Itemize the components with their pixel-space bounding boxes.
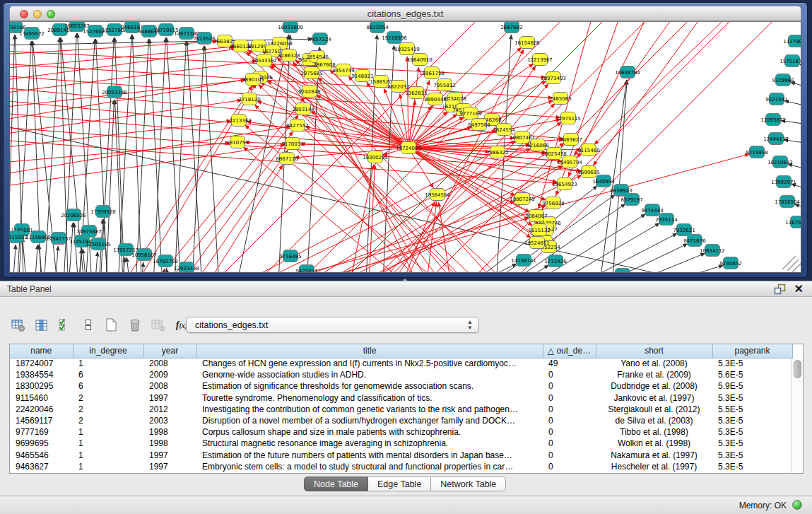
- row-selection-icon[interactable]: [57, 316, 73, 334]
- citation-edge-red[interactable]: [408, 100, 415, 148]
- citation-edge-red[interactable]: [247, 122, 408, 148]
- column-header[interactable]: △ out_de…: [543, 344, 596, 358]
- table-scrollbar[interactable]: [792, 358, 803, 473]
- graph-node[interactable]: 9245852: [719, 257, 741, 269]
- citation-edge-black[interactable]: [306, 47, 319, 273]
- tab-edge-table[interactable]: Edge Table: [368, 477, 431, 491]
- citation-edge-black[interactable]: [792, 184, 801, 191]
- new-table-icon[interactable]: [103, 316, 120, 334]
- graph-node[interactable]: 1810755: [226, 136, 248, 148]
- table-selector-dropdown[interactable]: citations_edges.txt ▲▼: [186, 317, 479, 333]
- citation-edge-black[interactable]: [794, 204, 801, 211]
- graph-node[interactable]: 9425012: [295, 265, 317, 274]
- table-row[interactable]: 1830029562008Estimation of significance …: [10, 380, 792, 392]
- citation-edge-black[interactable]: [78, 249, 81, 273]
- graph-node[interactable]: 20053346: [102, 86, 127, 98]
- citation-edge-red[interactable]: [416, 22, 707, 273]
- graph-node[interactable]: 9227341: [765, 93, 787, 105]
- graph-node[interactable]: 15751874: [779, 55, 801, 67]
- graph-node[interactable]: 8813054: [366, 22, 389, 33]
- citation-edge-black[interactable]: [446, 264, 517, 273]
- graph-node[interactable]: 1640954: [592, 175, 615, 187]
- citation-edge-black[interactable]: [68, 223, 73, 273]
- graph-node[interactable]: 16033809: [278, 22, 303, 33]
- graph-node[interactable]: 18640910: [407, 54, 433, 66]
- window-titlebar[interactable]: citations_edges.txt: [9, 6, 801, 21]
- graph-node[interactable]: 7857224: [309, 33, 331, 45]
- citation-edge-red[interactable]: [407, 57, 408, 148]
- graph-node[interactable]: 9716485: [279, 250, 301, 262]
- graph-node[interactable]: 8471676: [683, 235, 706, 247]
- citation-edge-black[interactable]: [167, 37, 182, 273]
- citation-edge-black[interactable]: [12, 245, 16, 273]
- graph-node[interactable]: 18300295: [363, 151, 388, 163]
- graph-node[interactable]: 11675315: [785, 216, 801, 228]
- graph-node[interactable]: 7955812: [433, 79, 455, 91]
- graph-node[interactable]: 12444139: [763, 133, 789, 145]
- citation-edge-red[interactable]: [257, 101, 408, 148]
- float-window-icon[interactable]: [774, 284, 786, 295]
- graph-node[interactable]: 13992971: [771, 176, 796, 188]
- table-row[interactable]: 1872400712008Changes of HCN gene express…: [10, 358, 792, 369]
- rows-icon[interactable]: [80, 316, 97, 334]
- graph-node[interactable]: 9329966: [772, 74, 794, 86]
- resize-grip-icon[interactable]: [782, 256, 801, 272]
- citation-edge-black[interactable]: [791, 82, 801, 89]
- graph-node[interactable]: 16154808: [514, 37, 540, 49]
- table-row[interactable]: 1456911722003Disruption of a novel membe…: [10, 415, 792, 426]
- graph-node[interactable]: 12093872: [760, 114, 786, 126]
- graph-node[interactable]: 9699695: [577, 166, 599, 178]
- citation-edge-black[interactable]: [94, 252, 98, 273]
- column-header[interactable]: name: [10, 344, 73, 358]
- table-row[interactable]: 969969511998Structural magnetic resonanc…: [10, 438, 792, 449]
- graph-node[interactable]: 16961758: [419, 67, 445, 79]
- graph-node[interactable]: 17359928: [90, 206, 116, 218]
- citation-edge-black[interactable]: [34, 245, 37, 273]
- close-panel-icon[interactable]: ✕: [794, 283, 804, 296]
- column-header[interactable]: title: [196, 344, 543, 358]
- citation-edge-black[interactable]: [174, 41, 186, 273]
- graph-node[interactable]: 19654923: [552, 178, 577, 190]
- citation-edge-red[interactable]: [156, 115, 298, 273]
- column-header[interactable]: in_degree: [73, 344, 143, 358]
- column-header[interactable]: pagerank: [712, 344, 792, 358]
- citation-edge-red[interactable]: [298, 144, 564, 273]
- graph-node[interactable]: 12213967: [527, 54, 553, 66]
- citation-network-graph[interactable]: 1872400715501861340557220891406106532871…: [10, 22, 801, 273]
- tab-node-table[interactable]: Node Table: [304, 477, 368, 491]
- graph-node[interactable]: 8215958: [746, 146, 767, 158]
- graph-node[interactable]: 12975115: [555, 112, 581, 124]
- table-row[interactable]: 977716911998Corpus callosum shape and si…: [10, 426, 792, 438]
- table-row[interactable]: 911546021997Tourette syndrome. Phenomeno…: [10, 392, 792, 404]
- citation-edge-black[interactable]: [167, 269, 171, 273]
- citation-edge-red[interactable]: [204, 22, 495, 273]
- graph-node[interactable]: 19218596: [382, 32, 407, 44]
- table-row[interactable]: 1938455462009Genome-wide association stu…: [10, 369, 792, 380]
- select-column-icon[interactable]: [33, 316, 50, 334]
- citation-edge-red[interactable]: [10, 80, 245, 107]
- memory-ok-icon[interactable]: [792, 500, 802, 510]
- graph-node[interactable]: 2687682: [500, 22, 522, 33]
- table-row[interactable]: 2242004622012Investigating the contribut…: [10, 404, 792, 415]
- citation-edge-red[interactable]: [10, 47, 233, 69]
- citation-edge-black[interactable]: [205, 46, 220, 273]
- column-header[interactable]: year: [143, 344, 196, 358]
- citation-edge-black[interactable]: [39, 245, 44, 273]
- table-settings-icon[interactable]: [10, 316, 27, 334]
- citation-edge-red[interactable]: [213, 141, 515, 273]
- citation-edge-black[interactable]: [132, 35, 142, 273]
- graph-node[interactable]: 18325419: [394, 43, 420, 55]
- citation-edge-black[interactable]: [121, 257, 125, 273]
- graph-node[interactable]: 17016504: [775, 196, 800, 208]
- citation-edge-black[interactable]: [126, 257, 131, 273]
- column-header[interactable]: short: [596, 344, 712, 358]
- scrollbar-thumb[interactable]: [794, 360, 801, 378]
- network-canvas[interactable]: 1872400715501861340557220891406106532871…: [9, 21, 801, 273]
- delete-table-icon[interactable]: [126, 316, 143, 334]
- graph-node[interactable]: 10654112: [700, 245, 725, 257]
- graph-node[interactable]: 16210643: [767, 156, 793, 168]
- citation-edge-red[interactable]: [594, 22, 736, 144]
- graph-node[interactable]: 20206526: [61, 209, 86, 221]
- citation-edge-red[interactable]: [255, 218, 529, 273]
- table-row[interactable]: 946362711997Embryonic stem cells: a mode…: [10, 461, 792, 472]
